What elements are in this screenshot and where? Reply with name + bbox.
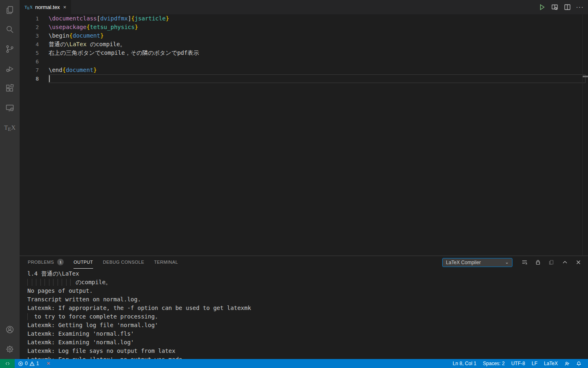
panel-tab-terminal[interactable]: TERMINAL: [154, 256, 178, 269]
sidebar-item-latex-workshop[interactable]: TEX: [0, 118, 20, 137]
error-icon: [18, 361, 23, 366]
indent-guide: [40, 279, 41, 286]
tab-bar: TEX normal.tex ×: [20, 0, 588, 14]
status-bar-right: Ln 8, Col 1Spaces: 2UTF-8LFLaTeX: [450, 359, 588, 368]
line-number[interactable]: 7: [20, 66, 49, 74]
line-number[interactable]: 8: [20, 74, 49, 83]
sidebar-item-extensions[interactable]: [0, 79, 20, 98]
close-tab-icon[interactable]: ×: [62, 4, 67, 10]
extensions-icon: [5, 83, 15, 93]
sidebar-item-search[interactable]: [0, 20, 20, 39]
warning-count: 1: [36, 361, 39, 366]
panel-tab-output[interactable]: OUTPUT: [74, 256, 93, 269]
chevron-down-icon: ⌄: [505, 260, 509, 265]
line-number[interactable]: 6: [20, 57, 49, 66]
sidebar-item-run-debug[interactable]: [0, 59, 20, 79]
more-actions-button[interactable]: ···: [575, 2, 585, 12]
sidebar-item-remote-explorer[interactable]: [0, 98, 20, 118]
indent-guide: [66, 279, 67, 286]
panel-header: PROBLEMS1OUTPUTDEBUG CONSOLETERMINAL LaT…: [20, 256, 588, 269]
settings-button[interactable]: [0, 339, 20, 359]
output-log[interactable]: l.4 普通の\LaTex のcompile。No pages of outpu…: [20, 269, 588, 359]
code-line[interactable]: 5右上の三角ボタンでcompile，その隣のボタンでpdf表示: [20, 49, 588, 57]
code-line[interactable]: 8: [20, 74, 588, 83]
open-output-in-editor-button[interactable]: [547, 258, 555, 267]
output-line: Latexmk: Getting log file 'normal.log': [27, 321, 588, 330]
panel-tab-label: OUTPUT: [74, 260, 93, 265]
maximize-panel-button[interactable]: [561, 258, 569, 267]
code-text: [49, 74, 586, 83]
line-number[interactable]: 3: [20, 31, 49, 40]
output-line: No pages of output.: [27, 287, 588, 295]
code-line[interactable]: 6: [20, 57, 588, 66]
text-cursor: [49, 75, 50, 82]
problems-status[interactable]: 0 1: [15, 359, 42, 368]
chevron-up-icon: [562, 259, 568, 265]
remote-indicator[interactable]: [0, 359, 15, 368]
remote-explorer-icon: [5, 103, 15, 113]
code-line[interactable]: 2\usepackage{tetsu_physics}: [20, 23, 588, 31]
editor[interactable]: 1\documentclass[dvipdfmx]{jsarticle}2\us…: [20, 14, 588, 256]
latex-build-failed-indicator[interactable]: ✕: [42, 361, 54, 366]
tex-icon: TEX: [4, 124, 16, 131]
status-bar: 0 1 ✕ Ln 8, Col 1Spaces: 2UTF-8LFLaTeX: [0, 359, 588, 368]
indent-guide: [36, 279, 36, 286]
output-line: Latexmk: If appropriate, the -f option c…: [27, 304, 588, 312]
split-editor-button[interactable]: [562, 2, 572, 12]
indent-guide: [45, 279, 45, 286]
status-end-of-line[interactable]: LF: [528, 359, 541, 368]
panel-tab-label: TERMINAL: [154, 260, 178, 265]
line-number[interactable]: 5: [20, 49, 49, 57]
output-channel-value: LaTeX Compiler: [446, 260, 481, 265]
clear-output-button[interactable]: [520, 258, 528, 267]
output-line: Latexmk: Log file says no output from la…: [27, 347, 588, 355]
play-icon: [539, 4, 546, 11]
sidebar-item-explorer[interactable]: [0, 0, 20, 20]
line-number[interactable]: 4: [20, 40, 49, 49]
status-cursor-position[interactable]: Ln 8, Col 1: [450, 359, 480, 368]
code-line[interactable]: 7\end{document}: [20, 66, 588, 74]
panel-tab-label: PROBLEMS: [28, 260, 54, 265]
code-line[interactable]: 1\documentclass[dvipdfmx]{jsarticle}: [20, 14, 588, 23]
panel-tab-debug-console[interactable]: DEBUG CONSOLE: [103, 256, 144, 269]
panel-controls: LaTeX Compiler ⌄: [442, 258, 582, 267]
accounts-button[interactable]: [0, 320, 20, 339]
output-channel-select[interactable]: LaTeX Compiler ⌄: [442, 258, 512, 267]
build-latex-button[interactable]: [537, 2, 547, 12]
output-line: Latexmk: Examining 'normal.log': [27, 338, 588, 347]
notifications-button[interactable]: [573, 359, 585, 368]
feedback-button[interactable]: [561, 359, 573, 368]
code-line[interactable]: 4普通の\LaTex のcompile。: [20, 40, 588, 49]
vscode-window: TEX TEX normal.tex ×: [0, 0, 588, 368]
remote-icon: [5, 361, 10, 366]
overview-cursor-marker: [583, 76, 588, 77]
code-line[interactable]: 3\begin{document}: [20, 31, 588, 40]
lock-auto-scroll-button[interactable]: [534, 258, 542, 267]
problems-badge: 1: [57, 259, 64, 265]
lock-icon: [535, 259, 541, 265]
line-number[interactable]: 2: [20, 23, 49, 31]
line-number[interactable]: 1: [20, 14, 49, 23]
tab-normal-tex[interactable]: TEX normal.tex ×: [20, 0, 71, 14]
view-pdf-button[interactable]: [550, 2, 559, 12]
output-line: to try to force complete processing.: [27, 312, 588, 321]
status-indentation[interactable]: Spaces: 2: [480, 359, 508, 368]
activity-bar: TEX: [0, 0, 20, 359]
code-text: \usepackage{tetsu_physics}: [49, 23, 586, 31]
status-language-mode[interactable]: LaTeX: [541, 359, 561, 368]
close-panel-button[interactable]: [574, 258, 582, 267]
editor-code: 1\documentclass[dvipdfmx]{jsarticle}2\us…: [20, 14, 588, 83]
source-control-icon: [5, 44, 15, 54]
indent-guide: [32, 279, 32, 286]
code-text: \end{document}: [49, 66, 586, 74]
panel-tab-label: DEBUG CONSOLE: [103, 260, 144, 265]
tab-label: normal.tex: [35, 4, 60, 10]
output-line: のcompile。: [27, 278, 588, 287]
panel-tab-problems[interactable]: PROBLEMS1: [28, 256, 64, 269]
status-encoding[interactable]: UTF-8: [508, 359, 528, 368]
editor-actions: ···: [537, 0, 585, 14]
indent-guide: [58, 279, 58, 286]
search-icon: [5, 25, 15, 34]
sidebar-item-source-control[interactable]: [0, 39, 20, 59]
files-icon: [5, 5, 15, 15]
